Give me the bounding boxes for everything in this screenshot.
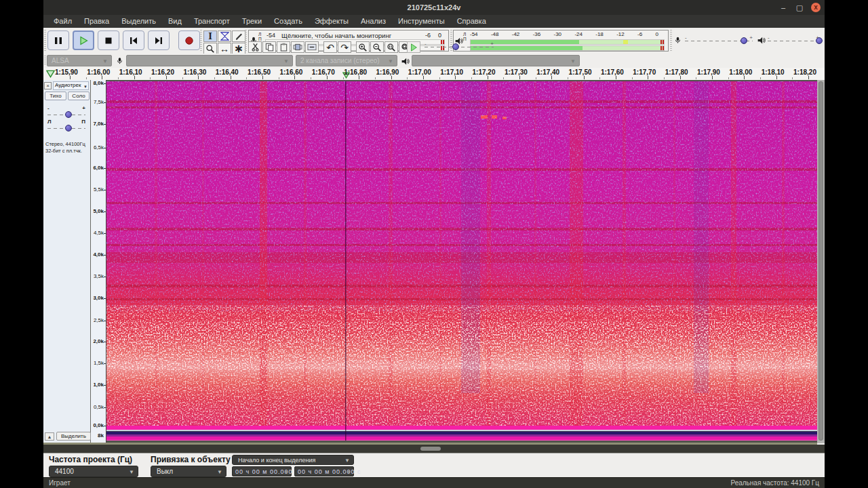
freq-label: 0,0k xyxy=(93,422,104,428)
envelope-tool-button[interactable] xyxy=(218,30,231,42)
freq-tick xyxy=(104,211,106,212)
freq-label: 6,0k xyxy=(93,165,104,171)
playback-device-select[interactable]: ▼ xyxy=(412,55,580,66)
freq-label: 1,0k xyxy=(93,382,104,388)
pin-playhead-button[interactable] xyxy=(46,70,55,78)
selection-end-field[interactable]: 00 ч 00 м 00.000 с▼ xyxy=(294,466,354,476)
paste-button[interactable] xyxy=(277,41,290,53)
freq-tick xyxy=(104,233,106,234)
ruler-minor-tick xyxy=(279,77,279,79)
menu-создать[interactable]: Создать xyxy=(268,15,309,28)
freq-tick xyxy=(104,321,106,321)
freq-label: 2,0k xyxy=(93,338,104,344)
window-title: 210725c11x24v xyxy=(43,0,825,15)
redo-button[interactable]: ↷ xyxy=(338,41,351,53)
playback-volume-slider[interactable]: -+ xyxy=(768,36,819,45)
copy-button[interactable] xyxy=(262,41,276,53)
ruler-minor-tick xyxy=(760,77,761,79)
timeshift-tool-button[interactable]: ↔ xyxy=(218,43,231,54)
playback-speed-slider[interactable]: -+ xyxy=(425,42,494,52)
silence-button[interactable] xyxy=(305,41,319,53)
ruler-label: 1:17,70 xyxy=(633,68,656,76)
stop-button[interactable] xyxy=(98,30,119,50)
horizontal-scrollbar[interactable] xyxy=(43,445,825,453)
freq-label: 4,5k xyxy=(94,230,104,236)
freq-tick xyxy=(104,83,106,84)
timeline-ruler[interactable]: 1:15,901:16,001:16,101:16,201:16,301:16,… xyxy=(43,68,825,81)
window-maximize-button[interactable]: ▢ xyxy=(795,3,804,12)
record-button[interactable] xyxy=(178,30,200,50)
freq-tick xyxy=(104,342,106,342)
menu-треки[interactable]: Треки xyxy=(236,15,268,28)
menu-эффекты[interactable]: Эффекты xyxy=(309,15,355,28)
menu-анализ[interactable]: Анализ xyxy=(355,15,392,28)
ruler-label: 1:17,10 xyxy=(440,68,463,76)
collapse-track-button[interactable]: ▲ xyxy=(45,432,54,441)
track-close-button[interactable]: × xyxy=(44,82,52,89)
pause-button[interactable] xyxy=(47,30,69,50)
audacity-window: 210725c11x24v – ▢ x ФайлПравкаВыделитьВи… xyxy=(43,0,825,488)
trim-button[interactable] xyxy=(291,41,304,53)
menu-инструменты[interactable]: Инструменты xyxy=(392,15,451,28)
menu-выделить[interactable]: Выделить xyxy=(115,15,162,28)
zoom-out-button[interactable] xyxy=(370,41,384,53)
ruler-label: 1:17,40 xyxy=(536,68,559,76)
skip-end-button[interactable] xyxy=(148,30,170,50)
multi-tool-button[interactable]: ∗ xyxy=(232,43,245,54)
menu-правка[interactable]: Правка xyxy=(78,15,115,28)
freq-tick xyxy=(104,124,106,125)
cut-button[interactable] xyxy=(248,41,262,53)
window-close-button[interactable]: x xyxy=(811,3,821,12)
playback-volume-speaker-icon xyxy=(757,36,766,45)
track-select-button[interactable]: Выделить xyxy=(56,432,91,441)
snap-to-select[interactable]: Выкл▼ xyxy=(151,466,226,477)
play-at-speed-button[interactable] xyxy=(407,41,420,53)
play-button[interactable] xyxy=(73,30,94,50)
audio-host-select[interactable]: ALSA▼ xyxy=(47,55,112,66)
zoom-tool-button[interactable] xyxy=(203,43,217,54)
selection-start-field[interactable]: 00 ч 00 м 00.000 с▼ xyxy=(232,466,292,476)
menu-файл[interactable]: Файл xyxy=(47,15,78,28)
playback-meter-bar-left xyxy=(470,39,665,45)
selection-tool-button[interactable]: I xyxy=(203,30,217,42)
freq-label-channel2: 8k xyxy=(98,432,104,439)
ruler-tick xyxy=(648,76,648,79)
horizontal-scrollbar-thumb[interactable] xyxy=(420,447,441,451)
draw-tool-button[interactable] xyxy=(232,30,245,42)
ruler-label: 1:16,40 xyxy=(216,68,239,76)
freq-tick xyxy=(104,385,106,386)
ruler-label: 1:15,90 xyxy=(55,68,78,76)
window-minimize-button[interactable]: – xyxy=(778,3,788,12)
zoom-in-button[interactable] xyxy=(356,41,370,53)
freq-label: 5,0k xyxy=(93,208,104,214)
actual-rate-text: Реальная частота: 44100 Гц xyxy=(730,479,819,487)
ruler-tick xyxy=(102,76,102,79)
ruler-tick xyxy=(391,76,392,79)
menu-транспорт[interactable]: Транспорт xyxy=(188,15,236,28)
recording-channels-select[interactable]: 2 канала записи (стерео)▼ xyxy=(296,55,397,66)
undo-button[interactable]: ↶ xyxy=(323,41,337,53)
recording-volume-slider[interactable]: -+ xyxy=(685,36,753,45)
freq-label: 5,5k xyxy=(94,186,104,192)
solo-button[interactable]: Соло xyxy=(68,92,90,100)
skip-start-button[interactable] xyxy=(123,30,144,50)
ruler-tick xyxy=(519,76,520,79)
playback-meter-scale: -54-48-42-36-30-24-18-12-60 xyxy=(470,31,658,38)
project-rate-select[interactable]: 44100▼ xyxy=(49,466,138,477)
track-menu-button[interactable]: Аудиотрек▼ xyxy=(53,81,89,90)
project-rate-label: Частота проекта (Гц) xyxy=(49,455,132,464)
vertical-scrollbar[interactable] xyxy=(817,80,825,443)
selection-mode-select[interactable]: Начало и конец выделения▼ xyxy=(232,455,354,465)
meter-scale-label: -36 xyxy=(533,31,541,38)
ruler-label: 1:17,30 xyxy=(505,68,528,76)
ruler-minor-tick xyxy=(439,77,440,79)
meter-scale-label: -6 xyxy=(637,31,642,38)
ruler-minor-tick xyxy=(407,77,408,79)
spectrogram-view[interactable] xyxy=(106,81,817,441)
freq-label: 8,0k xyxy=(93,80,104,86)
mute-button[interactable]: Тихо xyxy=(45,92,66,100)
menu-вид[interactable]: Вид xyxy=(162,15,188,28)
menu-справка[interactable]: Справка xyxy=(451,15,492,28)
zoom-selection-button[interactable] xyxy=(384,41,398,53)
recording-device-select[interactable]: ▼ xyxy=(126,55,293,66)
